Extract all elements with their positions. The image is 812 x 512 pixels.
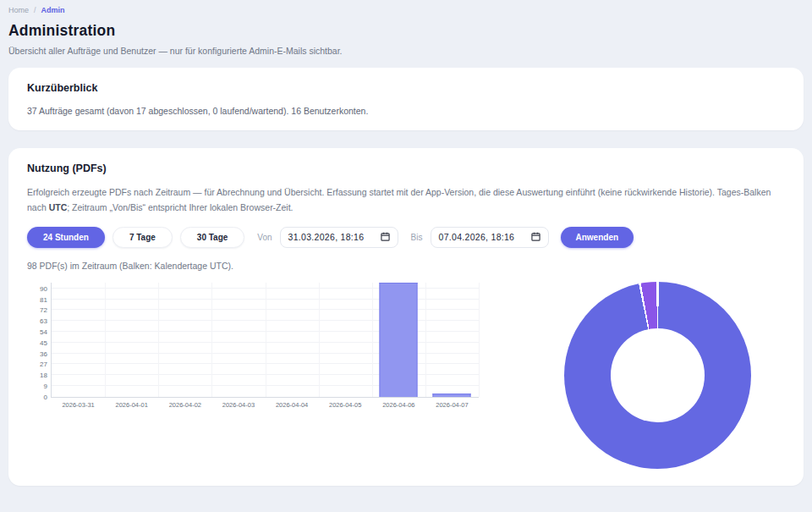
x-gridline [105, 283, 106, 397]
bis-date-value: 07.04.2026, 18:16 [439, 232, 515, 242]
x-gridline [158, 283, 159, 397]
x-gridline [479, 283, 480, 397]
usage-description: Erfolgreich erzeugte PDFs nach Zeitraum … [27, 184, 785, 216]
x-gridline [319, 283, 320, 397]
x-gridline [266, 283, 266, 397]
bar-chart-plot-area: 091827364554637281902026-03-312026-04-01… [51, 283, 479, 398]
charts-row: 091827364554637281902026-03-312026-04-01… [27, 280, 785, 469]
bis-date-input[interactable]: 07.04.2026, 18:16 [431, 227, 549, 248]
x-tick-label: 2026-04-03 [222, 401, 255, 409]
x-tick-label: 2026-04-06 [382, 401, 414, 409]
pdf-bar-chart: 091827364554637281902026-03-312026-04-01… [27, 280, 484, 414]
y-tick-label: 27 [40, 361, 47, 368]
y-tick-label: 63 [40, 317, 47, 325]
breadcrumb-separator: / [34, 6, 36, 14]
pdf-donut-chart [564, 282, 751, 469]
overview-summary-text: 37 Aufträge gesamt (davon 17 abgeschloss… [27, 106, 785, 116]
donut-ring [564, 282, 751, 469]
y-tick-label: 81 [40, 295, 47, 303]
von-date-value: 31.03.2026, 18:16 [288, 232, 365, 242]
usage-description-utc: UTC [49, 202, 68, 212]
von-label: Von [257, 233, 272, 242]
x-tick-label: 2026-04-04 [276, 401, 308, 409]
overview-card: Kurzüberblick 37 Aufträge gesamt (davon … [8, 68, 804, 130]
x-gridline [372, 283, 373, 397]
y-tick-label: 18 [40, 372, 47, 379]
range-controls: 24 Stunden 7 Tage 30 Tage Von 31.03.2026… [27, 227, 785, 248]
range-summary-text: 98 PDF(s) im Zeitraum (Balken: Kalendert… [27, 261, 785, 271]
range-button-7d[interactable]: 7 Tage [112, 227, 173, 248]
admin-page: Home / Admin Administration Übersicht al… [0, 0, 812, 486]
y-tick-label: 54 [40, 328, 47, 336]
x-gridline [211, 283, 212, 397]
y-tick-label: 45 [40, 339, 47, 346]
usage-description-part2: ; Zeitraum „Von/Bis“ entspricht Ihrer lo… [67, 202, 293, 212]
x-tick-label: 2026-03-31 [62, 401, 94, 409]
page-subtitle: Übersicht aller Aufträge und Benutzer — … [8, 46, 804, 56]
bar-2026-04-06[interactable] [380, 283, 418, 397]
usage-card: Nutzung (PDFs) Erfolgreich erzeugte PDFs… [8, 148, 804, 486]
breadcrumb-home-link[interactable]: Home [8, 6, 29, 14]
x-tick-label: 2026-04-01 [116, 401, 148, 409]
calendar-icon[interactable] [531, 232, 540, 243]
breadcrumb: Home / Admin [8, 4, 804, 14]
y-tick-label: 90 [40, 284, 47, 292]
y-tick-label: 9 [44, 382, 47, 389]
usage-card-title: Nutzung (PDFs) [27, 162, 785, 174]
overview-card-title: Kurzüberblick [27, 82, 785, 94]
page-title: Administration [8, 22, 804, 40]
y-tick-label: 36 [40, 350, 47, 357]
von-date-input[interactable]: 31.03.2026, 18:16 [280, 227, 398, 248]
bis-label: Bis [411, 233, 423, 242]
x-tick-label: 2026-04-02 [169, 401, 201, 409]
donut-hole [611, 328, 705, 422]
apply-button[interactable]: Anwenden [561, 227, 634, 248]
y-tick-label: 72 [40, 306, 47, 314]
x-tick-label: 2026-04-07 [436, 401, 468, 409]
range-button-24h[interactable]: 24 Stunden [27, 227, 105, 248]
bar-2026-04-07[interactable] [433, 394, 471, 397]
breadcrumb-admin-link[interactable]: Admin [41, 6, 65, 14]
x-gridline [425, 283, 426, 397]
y-tick-label: 0 [44, 393, 47, 400]
x-tick-label: 2026-04-05 [329, 401, 361, 409]
range-button-30d[interactable]: 30 Tage [180, 227, 245, 248]
calendar-icon[interactable] [381, 232, 390, 243]
